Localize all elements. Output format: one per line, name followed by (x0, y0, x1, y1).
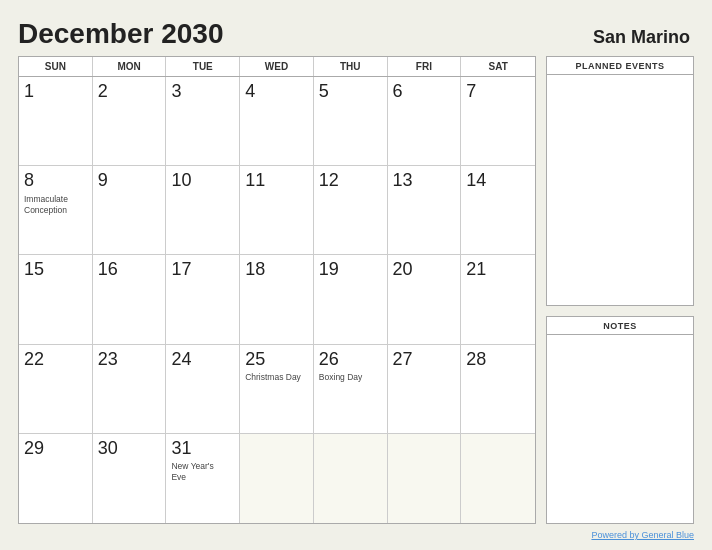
main-area: SUN MON TUE WED THU FRI SAT 12345678Imma… (18, 56, 694, 524)
calendar-cell: 13 (388, 166, 462, 255)
cell-date: 29 (24, 438, 87, 460)
calendar-cell (314, 434, 388, 523)
cell-date: 26 (319, 349, 382, 371)
calendar-cell (240, 434, 314, 523)
cell-date: 21 (466, 259, 530, 281)
cell-date: 4 (245, 81, 308, 103)
calendar-cell: 18 (240, 255, 314, 344)
cell-date: 20 (393, 259, 456, 281)
notes-content (547, 335, 693, 523)
calendar-cell: 27 (388, 345, 462, 434)
planned-events-content (547, 75, 693, 305)
calendar-cell: 25Christmas Day (240, 345, 314, 434)
day-header-thu: THU (314, 57, 388, 76)
cell-date: 10 (171, 170, 234, 192)
cell-event: Immaculate Conception (24, 194, 87, 216)
cell-date: 17 (171, 259, 234, 281)
calendar-cell: 3 (166, 77, 240, 166)
calendar-cell: 15 (19, 255, 93, 344)
cell-date: 19 (319, 259, 382, 281)
cell-date: 3 (171, 81, 234, 103)
calendar-cell: 28 (461, 345, 535, 434)
cell-date: 27 (393, 349, 456, 371)
calendar-cell: 26Boxing Day (314, 345, 388, 434)
cell-event: Boxing Day (319, 372, 382, 383)
cell-date: 9 (98, 170, 161, 192)
day-header-sat: SAT (461, 57, 535, 76)
cell-date: 13 (393, 170, 456, 192)
calendar-cell: 16 (93, 255, 167, 344)
right-section: PLANNED EVENTS NOTES (546, 56, 694, 524)
calendar-cell: 14 (461, 166, 535, 255)
calendar-cell: 10 (166, 166, 240, 255)
calendar-cell: 24 (166, 345, 240, 434)
calendar-cell: 17 (166, 255, 240, 344)
day-header-mon: MON (93, 57, 167, 76)
cell-date: 6 (393, 81, 456, 103)
calendar-cell: 23 (93, 345, 167, 434)
powered-by-link[interactable]: Powered by General Blue (591, 530, 694, 540)
calendar-cell: 1 (19, 77, 93, 166)
cell-date: 14 (466, 170, 530, 192)
notes-box: NOTES (546, 316, 694, 524)
cell-date: 31 (171, 438, 234, 460)
cell-date: 5 (319, 81, 382, 103)
cell-date: 12 (319, 170, 382, 192)
header: December 2030 San Marino (18, 18, 694, 50)
cell-date: 22 (24, 349, 87, 371)
cell-date: 16 (98, 259, 161, 281)
calendar-cell (388, 434, 462, 523)
cell-date: 2 (98, 81, 161, 103)
cell-date: 11 (245, 170, 308, 192)
month-title: December 2030 (18, 18, 223, 50)
calendar-cell: 9 (93, 166, 167, 255)
calendar-cell: 8Immaculate Conception (19, 166, 93, 255)
cell-date: 25 (245, 349, 308, 371)
day-headers: SUN MON TUE WED THU FRI SAT (19, 57, 535, 77)
calendar-cell: 7 (461, 77, 535, 166)
calendar-cell: 29 (19, 434, 93, 523)
calendar-cell: 19 (314, 255, 388, 344)
cell-event: Christmas Day (245, 372, 308, 383)
planned-events-box: PLANNED EVENTS (546, 56, 694, 306)
country-name: San Marino (593, 27, 690, 48)
calendar-cell: 21 (461, 255, 535, 344)
footer: Powered by General Blue (18, 530, 694, 540)
cell-date: 23 (98, 349, 161, 371)
calendar-cell: 4 (240, 77, 314, 166)
day-header-wed: WED (240, 57, 314, 76)
cell-date: 18 (245, 259, 308, 281)
calendar-cell: 2 (93, 77, 167, 166)
notes-title: NOTES (547, 317, 693, 335)
calendar-cell: 20 (388, 255, 462, 344)
cell-date: 30 (98, 438, 161, 460)
day-header-sun: SUN (19, 57, 93, 76)
calendar-cell: 30 (93, 434, 167, 523)
calendar-cell: 6 (388, 77, 462, 166)
planned-events-title: PLANNED EVENTS (547, 57, 693, 75)
calendar-grid: 12345678Immaculate Conception91011121314… (19, 77, 535, 523)
cell-date: 24 (171, 349, 234, 371)
cell-event: New Year's Eve (171, 461, 234, 483)
day-header-tue: TUE (166, 57, 240, 76)
calendar-page: December 2030 San Marino SUN MON TUE WED… (0, 0, 712, 550)
cell-date: 1 (24, 81, 87, 103)
cell-date: 15 (24, 259, 87, 281)
cell-date: 8 (24, 170, 87, 192)
day-header-fri: FRI (388, 57, 462, 76)
calendar-cell: 22 (19, 345, 93, 434)
cell-date: 28 (466, 349, 530, 371)
calendar-section: SUN MON TUE WED THU FRI SAT 12345678Imma… (18, 56, 536, 524)
calendar-cell: 5 (314, 77, 388, 166)
calendar-cell: 31New Year's Eve (166, 434, 240, 523)
cell-date: 7 (466, 81, 530, 103)
calendar-cell: 12 (314, 166, 388, 255)
calendar-cell (461, 434, 535, 523)
calendar-cell: 11 (240, 166, 314, 255)
